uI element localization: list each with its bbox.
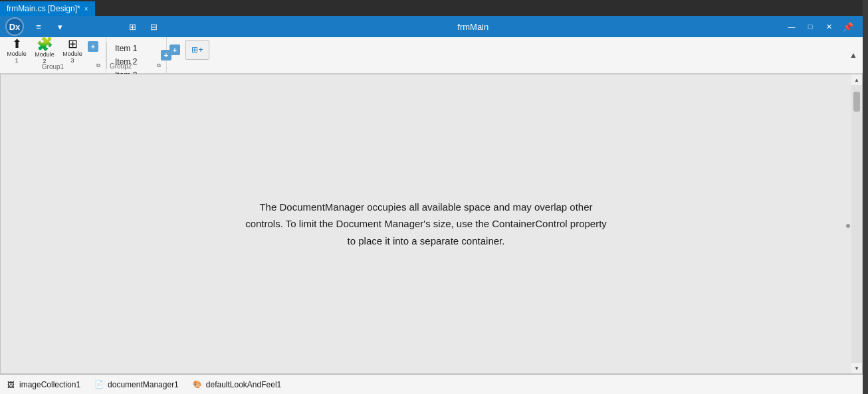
document-manager-icon: 📄 [94,379,104,390]
scroll-up-button[interactable]: ▲ [851,74,862,85]
design-tab[interactable]: frmMain.cs [Design]* × [0,1,95,16]
quick-access-toolbar: ≡ ▾ [29,19,69,35]
window-title: frmMain [457,22,488,32]
pin-button[interactable]: 📌 [839,19,857,35]
tab-close-button[interactable]: × [84,5,88,13]
group2-item-add-button[interactable]: + [161,50,171,60]
tab-bar: frmMain.cs [Design]* × [0,0,868,16]
module3-label: Module 3 [60,51,84,64]
ribbon-toolbar: ⬆ Module 1 🧩 Module 2 ⊞ Module 3 + ⧉ Gro… [0,37,863,74]
tab-label: frmMain.cs [Design]* [7,4,80,13]
module1-label: Module 1 [5,51,29,64]
group1-add-button[interactable]: + [88,41,98,52]
canvas-inner: The DocumentManager occupies all availab… [1,74,851,373]
foxlearn-brand: FoxLearn [74,23,118,31]
canvas-add-button[interactable]: ⊞+ [185,40,209,60]
component-image-collection[interactable]: 🖼 imageCollection1 [5,379,80,390]
image-collection-label: imageCollection1 [19,380,80,389]
scrollbar-thumb[interactable] [853,92,860,112]
ribbon-item-1[interactable]: Item 1 [111,43,141,54]
maximize-button[interactable]: □ [802,19,819,34]
quick-access-btn-3[interactable]: ⊞ [124,19,142,35]
ide-frame: frmMain.cs [Design]* × Dx ≡ ▾ FoxLearn ⊞… [0,0,868,394]
main-window: Dx ≡ ▾ FoxLearn ⊞ ⊟ frmMain — □ ✕ 📌 [0,16,863,394]
titlebar-left: Dx ≡ ▾ FoxLearn ⊞ ⊟ [5,17,163,36]
close-button[interactable]: ✕ [820,19,837,34]
bottom-component-bar: 🖼 imageCollection1 📄 documentManager1 🎨 … [0,374,863,394]
module1-button[interactable]: ⬆ Module 1 [4,39,29,64]
ribbon-item-1-label: Item 1 [115,44,137,53]
module3-button[interactable]: ⊞ Module 3 [60,39,85,64]
scrollbar-track[interactable] [851,85,862,363]
design-canvas: The DocumentManager occupies all availab… [0,74,863,374]
resize-handle[interactable] [846,224,850,228]
quick-access-btn-4[interactable]: ⊟ [145,19,163,35]
module2-icon: 🧩 [37,37,53,50]
module2-button[interactable]: 🧩 Module 2 [32,39,57,64]
window-titlebar: Dx ≡ ▾ FoxLearn ⊞ ⊟ frmMain — □ ✕ 📌 [0,16,863,37]
look-and-feel-icon: 🎨 [192,379,203,390]
scroll-down-button[interactable]: ▼ [851,363,862,373]
module1-icon: ⬆ [12,38,22,50]
quick-access-btn-2[interactable]: ▾ [51,19,69,35]
component-look-and-feel[interactable]: 🎨 defaultLookAndFeel1 [192,379,281,390]
window-title-text: frmMain [457,22,488,32]
scrollbar-vertical[interactable]: ▲ ▼ [851,74,862,373]
canvas-action-area: ⊞+ [183,37,212,73]
dx-logo: Dx [5,17,24,36]
toolbar-group2: Item 1 Item 2 Item 3 Group2 ⧉ + [107,37,167,73]
group2-label: Group2 [110,62,132,70]
quick-access-toolbar-2: ⊞ ⊟ [124,19,163,35]
ribbon-minimize-button[interactable]: ▲ [847,49,860,62]
look-and-feel-label: defaultLookAndFeel1 [206,380,281,389]
group2-corner-button[interactable]: ⧉ [154,61,163,70]
window-controls: — □ ✕ 📌 [783,19,857,35]
canvas-message: The DocumentManager occupies all availab… [240,199,612,250]
module3-icon: ⊞ [68,38,78,50]
document-manager-label: documentManager1 [108,380,179,389]
image-collection-icon: 🖼 [5,379,16,390]
minimize-button[interactable]: — [783,19,800,34]
component-document-manager[interactable]: 📄 documentManager1 [94,379,179,390]
quick-access-btn-1[interactable]: ≡ [29,19,48,35]
toolbar-group1: ⬆ Module 1 🧩 Module 2 ⊞ Module 3 + ⧉ Gro… [0,37,106,73]
ribbon-corner: ▲ [847,37,863,73]
canvas-add-icon: ⊞+ [191,45,203,54]
group1-label: Group1 [0,63,106,70]
ide-scrollbar[interactable] [863,0,868,394]
